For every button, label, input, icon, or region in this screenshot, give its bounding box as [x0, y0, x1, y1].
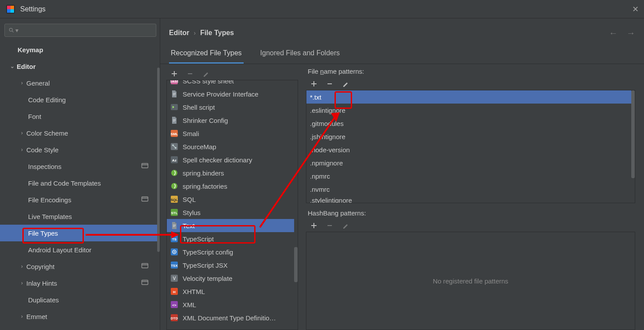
filetypes-list[interactable]: SASSSCSS style sheetService Provider Int…	[166, 80, 298, 330]
filetype-item[interactable]: Text	[167, 219, 294, 232]
sidebar-item-keymap[interactable]: Keymap	[0, 41, 157, 58]
tab-ignored-files-folders[interactable]: Ignored Files and Folders	[259, 49, 342, 64]
pattern-item[interactable]: .nvmrc	[306, 183, 631, 196]
filetype-item[interactable]: AzSpell checker dictionary	[167, 153, 294, 166]
sidebar-item-file-and-code-templates[interactable]: File and Code Templates	[0, 175, 157, 191]
patterns-pane: File name patterns: *.txt.eslintignore.g…	[306, 68, 635, 330]
filetype-item[interactable]: VVelocity template	[167, 272, 294, 285]
filetype-label: XML	[183, 301, 196, 308]
svg-rect-23	[173, 120, 176, 121]
content: Editor › File Types ← → Recognized File …	[160, 18, 644, 330]
svg-text:V: V	[173, 276, 176, 281]
chevron-right-icon: ›	[18, 130, 26, 136]
label-part: ame patterns:	[324, 68, 364, 75]
sidebar-item-file-types[interactable]: File Types	[0, 225, 157, 241]
filetype-item[interactable]: TypeScript config	[167, 245, 294, 258]
filetype-item[interactable]: DTDXML Document Type Definitio…	[167, 311, 294, 324]
filetype-item[interactable]: Shell script	[167, 100, 294, 114]
filetype-label: spring.binders	[183, 169, 224, 177]
pattern-item[interactable]: *.txt	[306, 90, 631, 104]
nav-forward-icon[interactable]: →	[626, 28, 635, 38]
filetype-item[interactable]: HXHTML	[167, 285, 294, 298]
svg-text:SML: SML	[171, 132, 178, 136]
sidebar-item-code-editing[interactable]: Code Editing	[0, 91, 157, 108]
tab-recognized-file-types[interactable]: Recognized File Types	[169, 49, 244, 64]
filetype-item[interactable]: TSXTypeScript JSX	[167, 258, 294, 272]
pattern-item[interactable]: .gitmodules	[306, 117, 631, 130]
hashbang-patterns-label: HashBang patterns:	[308, 209, 635, 217]
breadcrumb-root[interactable]: Editor	[169, 29, 189, 37]
pattern-item[interactable]: .jshintignore	[306, 130, 631, 143]
pattern-item[interactable]: .npmignore	[306, 156, 631, 169]
label: Duplicates	[28, 296, 59, 304]
sidebar-item-code-style[interactable]: ›Code Style	[0, 141, 157, 158]
sidebar-item-emmet[interactable]: ›Emmet	[0, 308, 157, 325]
sidebar-item-color-scheme[interactable]: ›Color Scheme	[0, 125, 157, 141]
pattern-item[interactable]: .node-version	[306, 143, 631, 156]
scrollbar-thumb[interactable]	[294, 247, 298, 282]
doc-icon	[170, 222, 178, 230]
scrollbar-thumb[interactable]	[631, 90, 635, 178]
filetype-item[interactable]: TSTypeScript	[167, 232, 294, 245]
sidebar-item-live-templates[interactable]: Live Templates	[0, 208, 157, 225]
add-button[interactable]	[309, 221, 318, 230]
patterns-list[interactable]: *.txt.eslintignore.gitmodules.jshintigno…	[306, 90, 635, 203]
close-icon[interactable]: ✕	[632, 4, 639, 14]
filetype-label: Shell script	[183, 104, 215, 111]
svg-text:Az: Az	[172, 158, 176, 162]
sidebar-item-font[interactable]: Font	[0, 108, 157, 125]
filetype-item[interactable]: <>XML	[167, 298, 294, 311]
add-button[interactable]	[309, 79, 318, 88]
filetype-label: TypeScript JSX	[183, 262, 228, 269]
label: Emmet	[26, 313, 47, 320]
spring-icon	[170, 169, 178, 177]
pattern-item[interactable]: .npmrc	[306, 169, 631, 183]
ts-icon: TS	[170, 235, 178, 243]
filetype-item[interactable]: spring.binders	[167, 166, 294, 179]
filetype-item[interactable]: Shrinker Config	[167, 114, 294, 127]
pattern-item[interactable]: .eslintignore	[306, 104, 631, 117]
sidebar-item-android-layout-editor[interactable]: Android Layout Editor	[0, 241, 157, 258]
svg-rect-13	[142, 280, 148, 285]
filetype-label: Shrinker Config	[183, 117, 228, 124]
search-input[interactable]: ▾	[4, 24, 156, 37]
filetype-label: XML Document Type Definitio…	[183, 314, 276, 322]
sidebar-item-general[interactable]: ›General	[0, 75, 157, 91]
filetype-item[interactable]: STLStylus	[167, 206, 294, 219]
nav-back-icon[interactable]: ←	[609, 28, 618, 38]
filetype-item[interactable]: SourceMap	[167, 140, 294, 153]
chevron-right-icon: ›	[194, 29, 196, 36]
filetype-label: Stylus	[183, 209, 201, 216]
sidebar-item-duplicates[interactable]: Duplicates	[0, 291, 157, 308]
filetype-item[interactable]: SMLSmali	[167, 127, 294, 140]
filetype-label: XHTML	[183, 288, 205, 295]
sidebar-item-editor[interactable]: ⌄Editor	[0, 58, 157, 75]
svg-rect-17	[173, 93, 176, 93]
filetype-label: Text	[183, 222, 195, 230]
filetype-item[interactable]: spring.factories	[167, 179, 294, 193]
svg-rect-11	[142, 264, 148, 268]
pattern-item[interactable]: .stylelintignore	[306, 196, 631, 203]
filetype-label: spring.factories	[183, 183, 227, 190]
hashbang-list[interactable]: No registered file patterns	[306, 232, 635, 330]
filetype-item[interactable]: SQLSQL	[167, 193, 294, 206]
filetypes-toolbar	[166, 68, 298, 80]
sidebar-item-copyright[interactable]: ›Copyright	[0, 258, 157, 275]
scrollbar-thumb[interactable]	[157, 68, 160, 252]
svg-rect-18	[173, 94, 176, 94]
label: Keymap	[18, 46, 43, 54]
label: Color Scheme	[26, 129, 68, 137]
edit-button	[201, 69, 210, 78]
filetype-item[interactable]: SASSSCSS style sheet	[167, 80, 294, 87]
spell-icon: Az	[170, 156, 178, 164]
sass-icon: SASS	[170, 80, 178, 85]
edit-button[interactable]	[341, 79, 350, 88]
remove-button[interactable]	[325, 79, 334, 88]
filetype-item[interactable]: Service Provider Interface	[167, 87, 294, 100]
sidebar-item-inspections[interactable]: Inspections	[0, 158, 157, 175]
svg-rect-41	[173, 226, 175, 227]
sidebar-item-inlay-hints[interactable]: ›Inlay Hints	[0, 275, 157, 291]
sidebar-item-file-encodings[interactable]: File Encodings	[0, 191, 157, 208]
label: File Encodings	[28, 196, 71, 204]
add-button[interactable]	[170, 69, 179, 78]
